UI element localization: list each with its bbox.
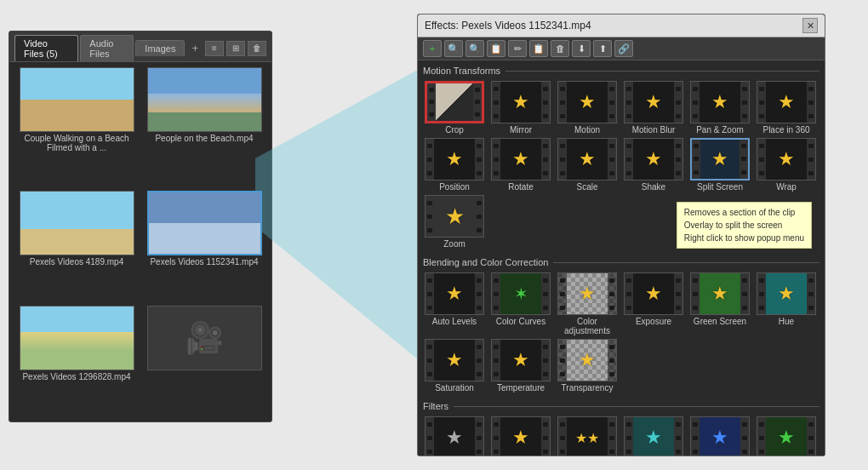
- effect-label-green-screen: Green Screen: [694, 317, 746, 326]
- effect-label-place-360: Place in 360: [762, 125, 809, 135]
- effect-hue[interactable]: ★ Hue: [755, 272, 818, 335]
- section-filters: Filters: [423, 401, 819, 411]
- search-button[interactable]: 🔍: [444, 40, 463, 57]
- file-thumbnail: [147, 67, 262, 132]
- file-item[interactable]: Couple Walking on a Beach Filmed with a …: [14, 67, 139, 187]
- zoom-button[interactable]: 🔍: [465, 40, 484, 57]
- effect-filter-2[interactable]: ★: [489, 416, 552, 456]
- file-item[interactable]: Pexels Videos 1152341.mp4: [142, 191, 266, 301]
- file-item[interactable]: Pexels Videos 1296828.mp4: [14, 306, 139, 416]
- grid-view-button[interactable]: ⊞: [226, 41, 245, 56]
- effect-color-curves[interactable]: ✶ Color Curves: [489, 272, 552, 335]
- effect-temperature[interactable]: ★ Temperature: [489, 339, 552, 393]
- effect-thumb-motion-blur: ★: [624, 81, 683, 123]
- effect-label-color-curves: Color Curves: [496, 317, 545, 326]
- effect-color-adjustments[interactable]: ★ Color adjustments: [556, 272, 619, 335]
- add-effect-button[interactable]: +: [423, 40, 442, 57]
- effect-thumb-hue: ★: [757, 272, 816, 315]
- paste-button[interactable]: 📋: [529, 40, 548, 57]
- effect-thumb-filter-4: ★: [624, 416, 683, 456]
- effect-filter-3[interactable]: ★★: [556, 416, 619, 456]
- effect-shake[interactable]: ★ Shake: [622, 138, 685, 192]
- main-container: Video Files (5) Audio Files Images + ≡ ⊞…: [9, 14, 859, 456]
- effect-green-screen[interactable]: ★ Green Screen: [688, 272, 751, 335]
- tab-images[interactable]: Images: [135, 40, 185, 56]
- effect-thumb-color-curves: ✶: [491, 272, 551, 315]
- effect-motion[interactable]: ★ Motion: [556, 81, 619, 135]
- effect-zoom[interactable]: ★ Zoom: [423, 195, 486, 249]
- effect-split-screen[interactable]: ★ Split Screen: [688, 138, 751, 192]
- file-label: Pexels Videos 4189.mp4: [30, 257, 123, 267]
- star-icon: ★: [778, 148, 795, 170]
- delete-file-button[interactable]: 🗑: [248, 41, 266, 56]
- effect-thumb-pan-zoom: ★: [690, 81, 750, 123]
- copy-button[interactable]: 📋: [487, 40, 505, 57]
- effect-wrap[interactable]: ★ Wrap: [755, 138, 818, 192]
- effect-pan-zoom[interactable]: ★ Pan & Zoom: [688, 81, 751, 135]
- effect-thumb-scale: ★: [557, 138, 617, 181]
- edit-button[interactable]: ✏: [508, 40, 527, 57]
- star-icon: ★: [446, 148, 463, 170]
- tooltip-line-1: Removes a section of the clip: [684, 206, 804, 219]
- move-up-button[interactable]: ⬆: [593, 40, 612, 57]
- effect-saturation[interactable]: ★ Saturation: [423, 339, 486, 393]
- effect-crop[interactable]: Crop: [423, 81, 486, 135]
- effect-label-exposure: Exposure: [636, 317, 671, 326]
- effect-label-mirror: Mirror: [510, 125, 532, 135]
- effect-label-rotate: Rotate: [508, 182, 533, 192]
- file-item[interactable]: 🎥: [142, 306, 266, 416]
- link-button[interactable]: 🔗: [614, 40, 633, 57]
- effect-exposure[interactable]: ★ Exposure: [622, 272, 685, 335]
- file-item[interactable]: People on the Beach.mp4: [142, 67, 266, 187]
- file-thumbnail-placeholder: 🎥: [147, 306, 262, 370]
- effect-filter-4[interactable]: ★: [622, 416, 685, 456]
- effect-thumb-rotate: ★: [491, 138, 551, 181]
- star-icon: ★: [579, 91, 596, 113]
- star-icon: ★: [579, 283, 596, 305]
- effect-label-transparency: Transparency: [562, 383, 614, 393]
- star-icon: ★★: [575, 430, 599, 446]
- star-icon: ★: [711, 148, 728, 170]
- effect-place-360[interactable]: ★ Place in 360: [755, 81, 818, 135]
- effect-transparency[interactable]: ★ Transparency: [556, 339, 619, 393]
- effect-scale[interactable]: ★ Scale: [556, 138, 619, 192]
- file-label: Couple Walking on a Beach Filmed with a …: [20, 134, 134, 152]
- camera-icon: 🎥: [186, 320, 224, 356]
- tab-add-button[interactable]: +: [186, 40, 203, 56]
- file-item[interactable]: Pexels Videos 4189.mp4: [14, 191, 139, 301]
- delete-button[interactable]: 🗑: [551, 40, 569, 57]
- tab-video-files[interactable]: Video Files (5): [14, 35, 78, 61]
- star-icon: ★: [579, 349, 596, 371]
- tooltip-line-3: Right click to show popup menu: [684, 232, 804, 244]
- star-icon: ★: [512, 427, 529, 449]
- dialog-close-button[interactable]: ✕: [802, 18, 818, 33]
- effect-filter-5[interactable]: ★: [688, 416, 751, 456]
- star-icon: ★: [711, 427, 728, 449]
- effect-filter-1[interactable]: ★: [423, 416, 486, 456]
- effect-label-pan-zoom: Pan & Zoom: [696, 125, 744, 135]
- effect-thumb-filter-1: ★: [425, 416, 484, 456]
- effect-auto-levels[interactable]: ★ Auto Levels: [423, 272, 486, 335]
- tooltip-box: Removes a section of the clip Overlay to…: [677, 202, 812, 249]
- effect-position[interactable]: ★ Position: [423, 138, 486, 192]
- effect-thumb-temperature: ★: [491, 339, 551, 381]
- tab-audio-files[interactable]: Audio Files: [80, 35, 134, 61]
- star-icon: ★: [645, 91, 662, 113]
- file-thumbnail-selected: [147, 191, 262, 255]
- star-icon: ★: [778, 283, 795, 305]
- effect-mirror[interactable]: ★ Mirror: [489, 81, 552, 135]
- list-view-button[interactable]: ≡: [205, 41, 224, 56]
- star-icon: ★: [512, 91, 529, 113]
- effect-label-auto-levels: Auto Levels: [432, 317, 477, 326]
- file-label: Pexels Videos 1296828.mp4: [22, 372, 130, 381]
- effect-label-saturation: Saturation: [435, 383, 474, 393]
- filters-grid: ★ ★: [423, 416, 819, 456]
- move-down-button[interactable]: ⬇: [572, 40, 591, 57]
- effect-filter-6[interactable]: ★: [755, 416, 818, 456]
- star-icon: ★: [778, 91, 795, 113]
- effect-motion-blur[interactable]: ★ Motion Blur: [622, 81, 685, 135]
- star-icon: ★: [445, 203, 465, 230]
- file-label: Pexels Videos 1152341.mp4: [150, 257, 258, 267]
- effect-label-position: Position: [439, 182, 470, 192]
- effect-rotate[interactable]: ★ Rotate: [489, 138, 552, 192]
